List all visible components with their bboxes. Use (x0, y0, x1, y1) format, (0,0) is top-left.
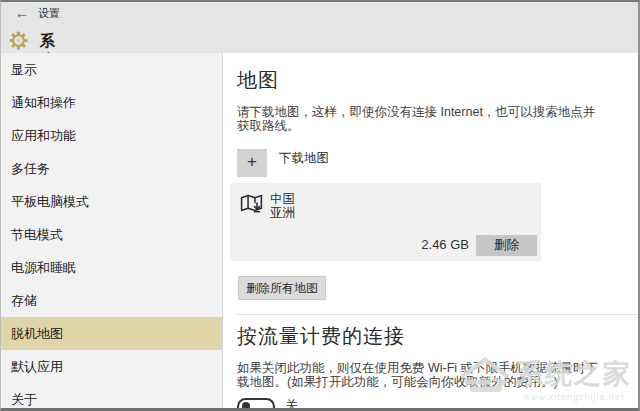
back-button[interactable]: ← (11, 4, 33, 22)
plus-icon: + (247, 152, 257, 171)
sidebar-item-about[interactable]: 关于 (1, 383, 222, 411)
header-band: ← 设置 系统 (1, 2, 638, 53)
metered-toggle-row: 关 (237, 397, 638, 411)
metered-description-line1: 如果关闭此功能，则仅在使用免费 Wi-Fi 或不限手机数据流量时下 (237, 361, 638, 375)
metered-description: 如果关闭此功能，则仅在使用免费 Wi-Fi 或不限手机数据流量时下 载地图。(如… (237, 361, 638, 389)
sidebar-item-multitasking[interactable]: 多任务 (1, 152, 222, 185)
map-item-name: 中国 亚洲 (270, 192, 295, 220)
toggle-knob (242, 402, 250, 410)
downloaded-map-card[interactable]: 中国 亚洲 2.46 GB 删除 (230, 183, 541, 261)
titlebar: ← 设置 (1, 2, 638, 26)
sidebar-item-default-apps[interactable]: 默认应用 (1, 350, 222, 383)
sidebar-item-storage[interactable]: 存储 (1, 284, 222, 317)
sidebar-nav: 显示 通知和操作 应用和功能 多任务 平板电脑模式 节电模式 电源和睡眠 存储 … (1, 53, 223, 408)
download-map-label: 下载地图 (279, 150, 329, 167)
main-content: 地图 请下载地图，这样，即使你没有连接 Internet，也可以搜索地点并 获取… (224, 53, 638, 408)
metered-description-line2: 载地图。(如果打开此功能，可能会向你收取额外的费用。) (237, 375, 638, 389)
sidebar-item-power-sleep[interactable]: 电源和睡眠 (1, 251, 222, 284)
gear-icon (9, 31, 28, 50)
back-arrow-icon: ← (15, 5, 29, 21)
sidebar-item-tablet-mode[interactable]: 平板电脑模式 (1, 185, 222, 218)
app-title: 设置 (38, 6, 60, 21)
toggle-state-label: 关 (285, 397, 298, 411)
map-item-country: 中国 (270, 192, 295, 206)
metered-toggle-switch[interactable] (237, 398, 275, 411)
sidebar-item-notifications[interactable]: 通知和操作 (1, 86, 222, 119)
section-divider (237, 314, 638, 315)
settings-window: ← 设置 系统 显示 (0, 0, 640, 411)
delete-all-maps-button[interactable]: 删除所有地图 (238, 276, 326, 300)
download-map-row: + 下载地图 (237, 149, 638, 177)
delete-map-button[interactable]: 删除 (476, 235, 537, 256)
map-download-icon (239, 192, 264, 221)
sidebar-item-offline-maps[interactable]: 脱机地图 (1, 317, 222, 350)
maps-section-title: 地图 (237, 67, 638, 94)
sidebar-item-apps-features[interactable]: 应用和功能 (1, 119, 222, 152)
maps-description: 请下载地图，这样，即使你没有连接 Internet，也可以搜索地点并 获取路线。 (237, 105, 638, 133)
download-map-button[interactable]: + (237, 149, 267, 177)
metered-section-title: 按流量计费的连接 (237, 323, 638, 350)
sidebar-item-display[interactable]: 显示 (1, 53, 222, 86)
map-item-size: 2.46 GB (421, 237, 469, 252)
sidebar-item-battery-saver[interactable]: 节电模式 (1, 218, 222, 251)
map-item-region: 亚洲 (270, 206, 295, 220)
maps-description-line2: 获取路线。 (237, 119, 638, 133)
maps-description-line1: 请下载地图，这样，即使你没有连接 Internet，也可以搜索地点并 (237, 105, 638, 119)
